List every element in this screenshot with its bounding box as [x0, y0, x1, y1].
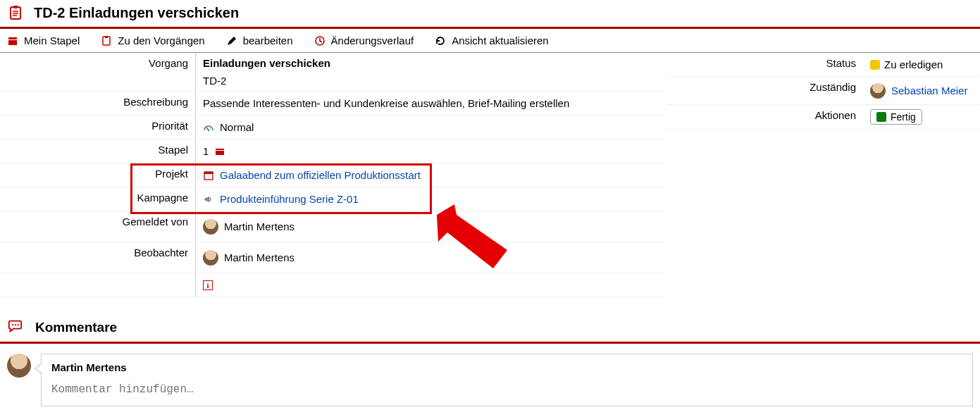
avatar-comment-author — [7, 354, 31, 378]
label-aktionen: Aktionen — [666, 105, 863, 129]
beobachter-name: Martin Mertens — [224, 251, 294, 263]
comment-author: Martin Mertens — [42, 354, 972, 376]
fields-right: Status Zu erledigen Zuständig Sebastian … — [666, 53, 979, 130]
value-beobachter: Martin Mertens — [196, 242, 666, 273]
clipboard-small-icon — [101, 35, 112, 46]
svg-rect-1 — [13, 6, 18, 8]
svg-rect-6 — [8, 40, 17, 45]
field-aktionen: Aktionen Fertig — [666, 105, 979, 130]
label-status: Status — [666, 53, 863, 76]
value-beschreibung: Passende Interessenten- und Kundenkreise… — [196, 92, 666, 115]
toolbar-history[interactable]: Änderungsverlauf — [314, 35, 414, 46]
label-projekt: Projekt — [0, 163, 196, 187]
comment-body: Martin Mertens — [41, 354, 973, 406]
svg-rect-13 — [216, 151, 224, 155]
svg-rect-12 — [216, 149, 224, 150]
value-status: Zu erledigen — [863, 53, 979, 76]
field-beschreibung: Beschreibung Passende Interessenten- und… — [0, 92, 666, 116]
svg-rect-8 — [105, 36, 108, 38]
content-area: Vorgang Einladungen verschicken TD-2 Bes… — [0, 53, 980, 297]
label-kampagne: Kampagne — [0, 187, 196, 211]
clipboard-icon — [7, 4, 24, 21]
toolbar-to-tasks[interactable]: Zu den Vorgängen — [101, 35, 204, 46]
value-info: i — [196, 273, 666, 297]
avatar-watcher — [203, 250, 218, 266]
label-beschreibung: Beschreibung — [0, 92, 196, 115]
stack-small-icon — [214, 146, 225, 157]
field-kampagne: Kampagne Produkteinführung Serie Z-01 — [0, 187, 666, 211]
toolbar-my-stack-label: Mein Stapel — [24, 35, 80, 46]
label-stapel: Stapel — [0, 139, 196, 163]
svg-rect-15 — [204, 172, 213, 174]
value-prioritaet: Normal — [196, 116, 666, 139]
label-vorgang: Vorgang — [0, 53, 196, 91]
vorgang-title: Einladungen verschicken — [203, 57, 330, 69]
clock-icon — [314, 35, 325, 46]
pencil-icon — [226, 35, 237, 46]
field-status: Status Zu erledigen — [666, 53, 979, 77]
gauge-icon — [203, 122, 214, 133]
svg-rect-5 — [8, 37, 17, 39]
comments-header: Kommentare — [0, 311, 980, 344]
info-icon[interactable]: i — [203, 280, 213, 290]
calendar-icon — [203, 170, 214, 181]
svg-point-18 — [15, 324, 16, 325]
value-projekt: Galaabend zum offiziellen Produktionssta… — [196, 163, 666, 187]
svg-point-19 — [17, 324, 18, 325]
svg-line-11 — [206, 127, 209, 130]
toolbar-refresh-label: Ansicht aktualisieren — [452, 35, 549, 46]
megaphone-icon — [203, 194, 214, 205]
comments-title: Kommentare — [35, 320, 117, 335]
toolbar-refresh[interactable]: Ansicht aktualisieren — [435, 35, 549, 46]
page-title: TD-2 Einladungen verschicken — [34, 5, 239, 21]
stapel-count: 1 — [203, 145, 209, 157]
value-gemeldet: Martin Mertens — [196, 211, 666, 242]
comments-icon — [7, 318, 23, 336]
value-zustaendig: Sebastian Meier — [863, 77, 979, 104]
done-color-icon — [876, 112, 886, 122]
field-gemeldet: Gemeldet von Martin Mertens — [0, 211, 666, 242]
label-prioritaet: Priorität — [0, 116, 196, 139]
toolbar: Mein Stapel Zu den Vorgängen bearbeiten … — [0, 29, 980, 53]
toolbar-edit-label: bearbeiten — [243, 35, 293, 46]
prioritaet-text: Normal — [220, 121, 254, 133]
zustaendig-link[interactable]: Sebastian Meier — [891, 85, 967, 97]
projekt-link[interactable]: Galaabend zum offiziellen Produktionssta… — [220, 169, 421, 181]
vorgang-key: TD-2 — [203, 75, 226, 87]
action-done-label: Fertig — [891, 111, 916, 123]
status-color-icon — [870, 60, 880, 70]
comment-input[interactable] — [42, 376, 972, 406]
status-text: Zu erledigen — [884, 58, 943, 70]
value-aktionen: Fertig — [863, 105, 979, 129]
label-zustaendig: Zuständig — [666, 77, 863, 104]
field-beobachter: Beobachter Martin Mertens — [0, 242, 666, 273]
comment-block: Martin Mertens — [0, 344, 980, 416]
toolbar-history-label: Änderungsverlauf — [331, 35, 414, 46]
svg-point-17 — [12, 324, 13, 325]
value-vorgang: Einladungen verschicken TD-2 — [196, 53, 666, 91]
stack-icon — [7, 35, 18, 46]
toolbar-my-stack[interactable]: Mein Stapel — [7, 35, 80, 46]
gemeldet-name: Martin Mertens — [224, 220, 294, 232]
status-badge: Zu erledigen — [870, 58, 943, 70]
toolbar-edit[interactable]: bearbeiten — [226, 35, 293, 46]
field-stapel: Stapel 1 — [0, 139, 666, 163]
toolbar-to-tasks-label: Zu den Vorgängen — [118, 35, 204, 46]
label-info-empty — [0, 273, 196, 297]
fields-left: Vorgang Einladungen verschicken TD-2 Bes… — [0, 53, 666, 297]
field-prioritaet: Priorität Normal — [0, 116, 666, 139]
field-info: i — [0, 273, 666, 297]
value-stapel: 1 — [196, 139, 666, 163]
refresh-icon — [435, 35, 446, 46]
field-zustaendig: Zuständig Sebastian Meier — [666, 77, 979, 105]
avatar-assignee — [870, 83, 886, 99]
action-done-button[interactable]: Fertig — [870, 109, 922, 125]
field-projekt: Projekt Galaabend zum offiziellen Produk… — [0, 163, 666, 187]
label-beobachter: Beobachter — [0, 242, 196, 273]
page-header: TD-2 Einladungen verschicken — [0, 0, 980, 29]
kampagne-link[interactable]: Produkteinführung Serie Z-01 — [220, 193, 359, 205]
label-gemeldet: Gemeldet von — [0, 211, 196, 242]
avatar-reporter — [203, 219, 218, 235]
value-kampagne: Produkteinführung Serie Z-01 — [196, 187, 666, 211]
field-vorgang: Vorgang Einladungen verschicken TD-2 — [0, 53, 666, 92]
